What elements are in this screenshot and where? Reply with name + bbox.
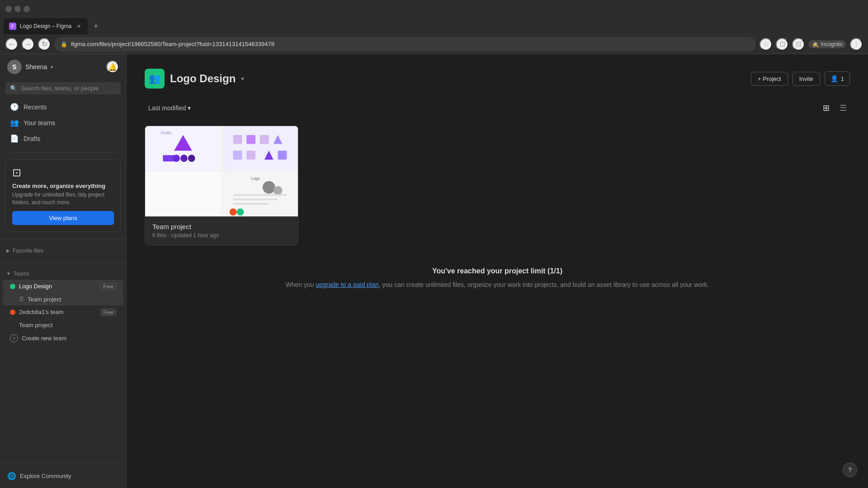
browser-menu-button[interactable]: ⋮ bbox=[850, 38, 863, 51]
forward-button[interactable]: → bbox=[22, 38, 34, 51]
svg-point-5 bbox=[180, 155, 188, 162]
team-dot-red bbox=[10, 310, 15, 315]
teams-section-header[interactable]: ▼ Teams bbox=[0, 268, 126, 280]
project-info: Team project 6 files · Updated 1 hour ag… bbox=[145, 216, 298, 245]
filter-left: Last modified ▾ bbox=[145, 103, 194, 113]
upgrade-box: ⊡ Create more, organize everything Upgra… bbox=[5, 160, 121, 232]
view-plans-button[interactable]: View plans bbox=[12, 211, 114, 225]
last-modified-label: Last modified bbox=[148, 104, 186, 112]
svg-rect-9 bbox=[246, 135, 255, 144]
browser-settings-button[interactable]: ⊟ bbox=[792, 38, 805, 51]
svg-rect-10 bbox=[260, 135, 269, 144]
project-thumbnails: Drafts bbox=[145, 126, 298, 216]
invite-button[interactable]: Invite bbox=[793, 72, 820, 86]
content-header: 👥 Logo Design ▾ + Project Invite 👤 1 bbox=[145, 69, 850, 89]
sidebar-item-team-project-2[interactable]: Team project bbox=[3, 319, 123, 331]
upgrade-icon: ⊡ bbox=[12, 166, 114, 179]
avatar: S bbox=[7, 60, 22, 74]
sidebar: S Sheena ▾ 🔔 🔍 🕐 Recents 👥 Your teams � bbox=[0, 54, 127, 488]
create-team-label: Create new team bbox=[22, 335, 66, 342]
chevron-right-icon: ▶ bbox=[6, 248, 10, 253]
divider-2 bbox=[0, 239, 126, 239]
title-bar bbox=[0, 0, 868, 18]
add-project-button[interactable]: + Project bbox=[751, 72, 788, 86]
sidebar-item-recents[interactable]: 🕐 Recents bbox=[3, 99, 123, 115]
title-chevron-icon[interactable]: ▾ bbox=[241, 75, 244, 82]
svg-rect-12 bbox=[233, 150, 242, 160]
minimize-button[interactable] bbox=[5, 6, 12, 12]
user-info[interactable]: S Sheena ▾ bbox=[7, 60, 53, 74]
list-view-button[interactable]: ☰ bbox=[836, 101, 850, 115]
reload-button[interactable]: ↻ bbox=[38, 38, 51, 51]
incognito-badge: 🕵 Incognito bbox=[808, 40, 846, 48]
team-2edcb8a1-label: 2edcb8a1's team bbox=[19, 309, 97, 315]
close-button[interactable] bbox=[24, 6, 30, 12]
svg-text:Drafts: Drafts bbox=[161, 131, 172, 135]
files-count: 6 files bbox=[152, 232, 166, 239]
svg-point-20 bbox=[274, 186, 283, 195]
thumbnail-4: Logo bbox=[222, 172, 298, 216]
browser-extensions-button[interactable]: ⊡ bbox=[776, 38, 788, 51]
thumbnail-1: Drafts bbox=[145, 126, 221, 171]
svg-rect-13 bbox=[246, 150, 255, 160]
plus-icon: + bbox=[10, 334, 18, 343]
sidebar-item-2edcb8a1-team[interactable]: 2edcb8a1's team Free bbox=[3, 305, 123, 319]
search-input-wrap[interactable]: 🔍 bbox=[5, 82, 121, 94]
nav-actions: ☆ ⊡ ⊟ 🕵 Incognito ⋮ bbox=[760, 38, 863, 51]
limit-description: When you upgrade to a paid plan, you can… bbox=[145, 280, 850, 290]
create-new-team-item[interactable]: + Create new team bbox=[3, 331, 123, 346]
sidebar-item-drafts[interactable]: 📄 Drafts bbox=[3, 131, 123, 146]
filter-bar: Last modified ▾ ⊞ ☰ bbox=[145, 101, 850, 115]
project-name: Team project bbox=[152, 223, 291, 230]
incognito-icon: 🕵 bbox=[812, 41, 819, 47]
explore-community-item[interactable]: 🌐 Explore Community bbox=[7, 469, 119, 483]
notifications-button[interactable]: 🔔 bbox=[106, 61, 119, 73]
svg-rect-23 bbox=[233, 203, 269, 205]
team-dot-green bbox=[10, 284, 15, 289]
svg-rect-22 bbox=[233, 198, 278, 200]
members-button[interactable]: 👤 1 bbox=[825, 71, 850, 86]
bookmark-button[interactable]: ☆ bbox=[760, 38, 772, 51]
nav-bar: ← → ↻ 🔒 figma.com/files/project/19665258… bbox=[0, 34, 868, 54]
search-input[interactable] bbox=[21, 85, 116, 92]
active-tab[interactable]: F Logo Design – Figma ✕ bbox=[4, 18, 88, 34]
divider-1 bbox=[0, 152, 126, 152]
address-bar[interactable]: 🔒 figma.com/files/project/196652580/Team… bbox=[54, 37, 756, 52]
sidebar-item-logo-design[interactable]: Logo Design Free bbox=[3, 280, 123, 293]
sidebar-header: S Sheena ▾ 🔔 bbox=[0, 54, 126, 80]
team-logo-icon: 👥 bbox=[145, 69, 165, 89]
browser-chrome: F Logo Design – Figma ✕ + ← → ↻ 🔒 figma.… bbox=[0, 0, 868, 54]
projects-grid: Drafts bbox=[145, 126, 850, 245]
project-card[interactable]: Drafts bbox=[145, 126, 298, 245]
tab-close-icon[interactable]: ✕ bbox=[75, 23, 82, 30]
list-icon: ☰ bbox=[19, 296, 24, 302]
favorite-files-label: Favorite files bbox=[13, 248, 43, 254]
back-button[interactable]: ← bbox=[5, 38, 18, 51]
recents-label: Recents bbox=[24, 103, 47, 111]
sidebar-item-your-teams[interactable]: 👥 Your teams bbox=[3, 115, 123, 131]
drafts-icon: 📄 bbox=[10, 134, 19, 143]
sidebar-item-team-project[interactable]: ☰ Team project bbox=[3, 293, 123, 305]
grid-view-button[interactable]: ⊞ bbox=[819, 101, 833, 115]
title-group: 👥 Logo Design ▾ bbox=[145, 69, 244, 89]
svg-rect-15 bbox=[278, 150, 287, 160]
tab-title: Logo Design – Figma bbox=[20, 23, 71, 29]
svg-rect-16 bbox=[147, 172, 219, 216]
limit-title: You've reached your project limit (1/1) bbox=[145, 267, 850, 275]
maximize-button[interactable] bbox=[14, 6, 21, 12]
team-project-label: Team project bbox=[28, 296, 61, 303]
new-tab-button[interactable]: + bbox=[90, 20, 102, 33]
upgrade-link[interactable]: upgrade to a paid plan bbox=[316, 281, 378, 288]
svg-point-6 bbox=[188, 155, 195, 162]
svg-point-19 bbox=[263, 181, 275, 194]
filter-right: ⊞ ☰ bbox=[819, 101, 850, 115]
teams-section: ▼ Teams Logo Design Free ☰ Team project … bbox=[0, 266, 126, 347]
svg-rect-7 bbox=[224, 126, 296, 171]
last-modified-button[interactable]: Last modified ▾ bbox=[145, 103, 194, 113]
main-content: 👥 Logo Design ▾ + Project Invite 👤 1 Las… bbox=[127, 54, 868, 488]
search-section: 🔍 bbox=[0, 80, 126, 97]
incognito-label: Incognito bbox=[821, 41, 843, 47]
favorite-files-header[interactable]: ▶ Favorite files bbox=[0, 245, 126, 257]
svg-text:Logo: Logo bbox=[251, 176, 260, 181]
help-button[interactable]: ? bbox=[843, 463, 857, 477]
